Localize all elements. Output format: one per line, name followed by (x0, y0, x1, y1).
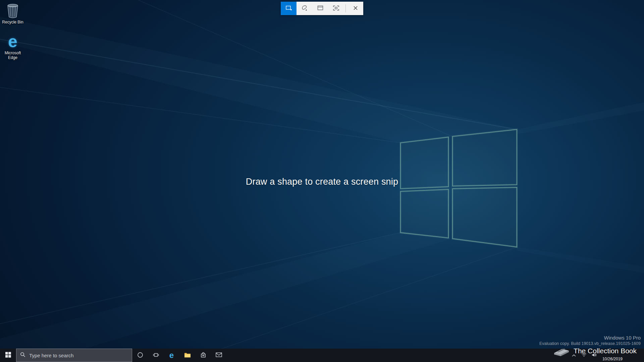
close-snip-button[interactable] (347, 2, 363, 15)
taskbar-clock[interactable]: 10/26/2019 (599, 348, 626, 362)
snip-hint-text: Draw a shape to create a screen snip (0, 177, 644, 187)
edge-icon: e (169, 351, 174, 359)
tray-chevron-button[interactable] (569, 349, 579, 362)
close-icon (352, 5, 359, 12)
freeform-snip-button[interactable] (297, 2, 312, 15)
task-view-button[interactable] (148, 349, 164, 362)
start-button[interactable] (0, 349, 16, 362)
edge-icon: e (0, 34, 26, 50)
mail-icon (216, 352, 222, 358)
fullscreen-snip-button[interactable] (328, 2, 344, 15)
network-button[interactable] (579, 349, 589, 362)
taskbar-search[interactable] (16, 349, 132, 362)
mail-button[interactable] (211, 349, 227, 362)
rectangular-snip-icon (285, 4, 292, 13)
toolbar-divider (345, 4, 346, 12)
volume-icon (591, 353, 597, 358)
system-tray: 10/26/2019 (569, 349, 644, 362)
task-view-icon (153, 352, 159, 359)
rectangular-snip-button[interactable] (281, 2, 297, 15)
search-input[interactable] (29, 352, 128, 359)
desktop-icon-recycle-bin[interactable]: Recycle Bin (0, 3, 26, 24)
desktop-icon-label: Microsoft Edge (0, 51, 26, 60)
clock-date: 10/26/2019 (602, 357, 623, 361)
watermark-build: Evaluation copy. Build 19013.vb_release.… (539, 341, 641, 347)
store-button[interactable] (195, 349, 211, 362)
windows-eval-watermark: Windows 10 Pro Evaluation copy. Build 19… (539, 335, 641, 347)
taskbar: e (0, 349, 644, 362)
file-explorer-icon (184, 352, 191, 359)
desktop-icon-label: Recycle Bin (0, 20, 26, 24)
start-icon (5, 352, 11, 359)
recycle-bin-icon (0, 3, 26, 19)
search-icon (20, 352, 25, 359)
window-snip-icon (317, 4, 324, 13)
store-icon (200, 352, 206, 359)
freeform-snip-icon (301, 4, 308, 13)
fullscreen-snip-icon (332, 4, 340, 13)
tray-chevron-icon (572, 353, 576, 358)
cortana-button[interactable] (132, 349, 148, 362)
snip-toolbar (281, 2, 363, 15)
file-explorer-button[interactable] (179, 349, 195, 362)
network-icon (581, 353, 587, 358)
snip-overlay[interactable] (0, 0, 644, 349)
edge-taskbar-button[interactable]: e (164, 349, 179, 362)
volume-button[interactable] (589, 349, 599, 362)
watermark-edition: Windows 10 Pro (539, 335, 641, 341)
window-snip-button[interactable] (312, 2, 328, 15)
cortana-icon (137, 352, 143, 359)
desktop-icon-microsoft-edge[interactable]: e Microsoft Edge (0, 34, 26, 60)
